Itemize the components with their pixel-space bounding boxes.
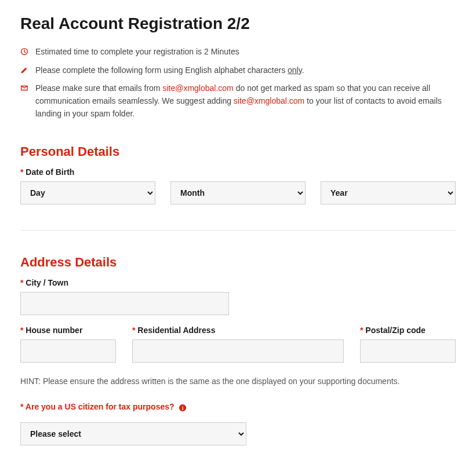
postal-label: * Postal/Zip code xyxy=(360,326,456,335)
house-input[interactable] xyxy=(20,339,116,363)
dob-label: * Date of Birth xyxy=(20,167,456,177)
dob-year-select[interactable]: Year xyxy=(321,181,456,204)
us-citizen-select[interactable]: Please select xyxy=(20,422,246,445)
us-citizen-label: * Are you a US citizen for tax purposes?… xyxy=(20,402,456,411)
email-link-1[interactable]: site@xmglobal.com xyxy=(162,83,233,93)
section-divider xyxy=(20,230,456,231)
city-label: * City / Town xyxy=(20,278,229,287)
house-label: * House number xyxy=(20,326,116,335)
notice-email-text: Please make sure that emails from site@x… xyxy=(35,82,456,120)
residential-input[interactable] xyxy=(132,339,344,363)
dob-day-select[interactable]: Day xyxy=(20,181,155,204)
notice-english-text: Please complete the following form using… xyxy=(35,64,456,77)
info-icon[interactable]: i xyxy=(179,404,187,412)
residential-label: * Residential Address xyxy=(132,326,344,335)
city-input[interactable] xyxy=(20,292,229,315)
section-personal-heading: Personal Details xyxy=(20,144,456,159)
page-title: Real Account Registration 2/2 xyxy=(20,14,456,33)
postal-input[interactable] xyxy=(360,339,456,363)
dob-month-select[interactable]: Month xyxy=(170,181,306,204)
address-hint: HINT: Please ensure the address written … xyxy=(20,377,456,386)
svg-text:i: i xyxy=(182,404,184,411)
notice-email: Please make sure that emails from site@x… xyxy=(20,82,456,120)
notice-time-text: Estimated time to complete your registra… xyxy=(35,46,456,59)
pencil-icon xyxy=(20,66,28,74)
notice-english: Please complete the following form using… xyxy=(20,64,456,77)
notice-time: Estimated time to complete your registra… xyxy=(20,46,456,59)
inbox-icon xyxy=(20,84,28,92)
dob-row: Day Month Year xyxy=(20,181,456,204)
email-link-2[interactable]: site@xmglobal.com xyxy=(234,96,304,105)
underline-only: only xyxy=(288,65,302,75)
section-address-heading: Address Details xyxy=(20,255,456,270)
clock-icon xyxy=(20,48,28,56)
